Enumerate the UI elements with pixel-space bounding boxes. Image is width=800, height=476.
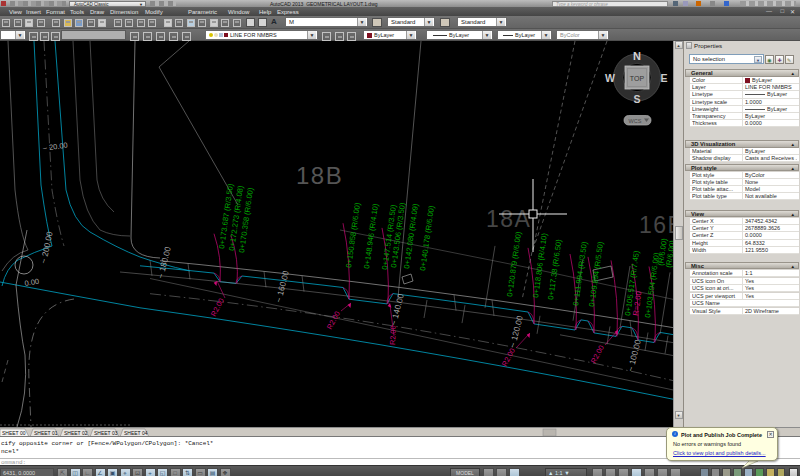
svg-text:16B: 16B [639, 212, 673, 238]
svg-text:TOP: TOP [630, 75, 645, 82]
svg-text:18B: 18B [296, 162, 343, 189]
svg-text:18A: 18A [486, 206, 531, 232]
svg-text:S: S [633, 93, 640, 105]
svg-text:E: E [660, 72, 667, 84]
svg-text:WCS: WCS [629, 118, 642, 124]
svg-text:N: N [633, 50, 641, 62]
svg-text:W: W [605, 72, 615, 84]
